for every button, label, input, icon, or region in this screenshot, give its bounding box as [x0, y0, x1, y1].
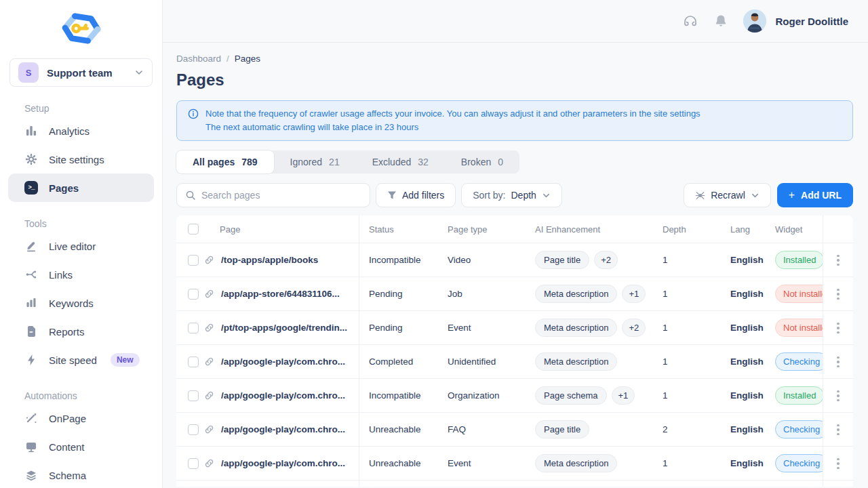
column-header-depth[interactable]: Depth — [653, 216, 721, 243]
row-checkbox[interactable] — [188, 323, 199, 333]
widget-status-badge: Installed — [775, 251, 823, 269]
user-name[interactable]: Roger Doolittle — [776, 16, 849, 27]
page-url[interactable]: /app/app-store/644831106... — [221, 289, 340, 299]
row-actions-menu[interactable] — [823, 413, 853, 446]
app-window: S Support team Setup Analytics — [0, 0, 868, 488]
column-header-ai-enhancement[interactable]: AI Enhancement — [526, 216, 653, 243]
column-header-lang[interactable]: Lang — [721, 216, 766, 243]
ai-more-chip[interactable]: +2 — [622, 319, 646, 337]
status-cell: Pending — [359, 277, 438, 310]
sidebar-item-label: Analytics — [49, 125, 90, 137]
row-actions-menu[interactable] — [823, 311, 853, 344]
sort-by-dropdown[interactable]: Sort by: Depth — [461, 183, 562, 207]
page-type-cell: Event — [438, 447, 526, 480]
tab-count: 0 — [498, 157, 503, 167]
report-icon — [24, 325, 38, 338]
ai-chips: Page schema+1 — [526, 379, 653, 412]
toolbar: Add filters Sort by: Depth R — [176, 183, 853, 207]
sidebar-item-site-speed[interactable]: Site speed New — [8, 346, 154, 374]
row-checkbox[interactable] — [188, 458, 199, 469]
link-icon — [203, 356, 215, 367]
sidebar-item-analytics[interactable]: Analytics — [8, 117, 154, 145]
tab-label: Ignored — [290, 157, 322, 167]
row-checkbox[interactable] — [188, 357, 199, 367]
row-actions-menu[interactable] — [823, 345, 853, 378]
sidebar-item-schema[interactable]: Schema — [8, 461, 154, 488]
section-label-setup: Setup — [24, 103, 162, 114]
sidebar-item-reports[interactable]: Reports — [8, 317, 154, 346]
row-actions-menu[interactable] — [823, 243, 853, 277]
page-url[interactable]: /app/google-play/com.chro... — [221, 390, 345, 401]
widget-cell: Not installed — [766, 277, 823, 310]
tab-excluded[interactable]: Excluded 32 — [356, 150, 445, 174]
widget-cell: Checking — [766, 413, 823, 446]
tab-all-pages[interactable]: All pages 789 — [176, 150, 274, 174]
recrawl-dropdown[interactable]: Recrawl — [684, 183, 771, 207]
widget-status-badge[interactable]: Checking — [775, 352, 823, 371]
sidebar-item-site-settings[interactable]: Site settings — [8, 145, 154, 174]
page-url[interactable]: /app/google-play/com.chro... — [221, 458, 345, 468]
widget-status-badge[interactable]: Checking — [775, 454, 823, 472]
logo-icon — [60, 12, 102, 45]
row-checkbox[interactable] — [188, 255, 199, 266]
search-input[interactable] — [201, 190, 361, 201]
depth-cell: 1 — [653, 277, 721, 310]
lang-cell: English — [721, 277, 766, 310]
row-actions-menu[interactable] — [823, 379, 853, 412]
lightning-icon — [24, 353, 38, 367]
page-type-cell: Organization — [438, 379, 526, 412]
chevron-down-icon — [134, 68, 144, 77]
sidebar-item-links[interactable]: Links — [8, 260, 154, 289]
sidebar-item-keywords[interactable]: Keywords — [8, 289, 154, 317]
table-row-partial — [176, 480, 853, 487]
page-title: Pages — [176, 70, 853, 89]
row-checkbox[interactable] — [188, 390, 199, 401]
lang-cell: English — [721, 311, 766, 344]
app-logo[interactable] — [0, 9, 162, 49]
sidebar-item-content[interactable]: Content — [8, 432, 154, 461]
page-url[interactable]: /app/google-play/com.chro... — [221, 424, 345, 434]
tab-ignored[interactable]: Ignored 21 — [274, 150, 356, 174]
team-selector[interactable]: S Support team — [9, 58, 153, 87]
column-header-page[interactable]: Page — [203, 216, 359, 243]
ai-more-chip[interactable]: +1 — [612, 386, 635, 405]
breadcrumb-dashboard[interactable]: Dashboard — [176, 54, 221, 64]
page-url[interactable]: /top-apps/apple/books — [221, 255, 318, 265]
analytics-icon — [24, 124, 38, 138]
widget-cell: Installed — [766, 243, 823, 277]
notifications-bell-icon[interactable] — [713, 14, 728, 28]
tab-count: 32 — [418, 157, 429, 167]
user-avatar[interactable] — [743, 9, 766, 33]
sidebar-item-onpage[interactable]: OnPage — [8, 404, 154, 432]
column-header-page-type[interactable]: Page type — [438, 216, 526, 243]
ai-more-chip[interactable]: +2 — [594, 251, 618, 269]
status-cell: Incompatible — [359, 243, 438, 277]
row-checkbox[interactable] — [188, 424, 199, 435]
column-header-status[interactable]: Status — [359, 216, 438, 243]
ai-more-chip[interactable]: +1 — [622, 285, 646, 303]
status-cell: Unreachable — [359, 447, 438, 480]
search-box[interactable] — [176, 183, 370, 207]
depth-cell: 1 — [653, 379, 721, 412]
page-url[interactable]: /app/google-play/com.chro... — [221, 357, 345, 367]
row-actions-menu[interactable] — [823, 277, 853, 310]
sidebar-item-live-editor[interactable]: Live editor — [8, 232, 154, 260]
add-filters-button[interactable]: Add filters — [376, 183, 456, 207]
widget-status-badge[interactable]: Checking — [775, 420, 823, 439]
support-headphones-icon[interactable] — [682, 13, 698, 29]
table-row: /app/google-play/com.chro... Unreachable… — [176, 412, 853, 446]
row-checkbox[interactable] — [188, 289, 199, 300]
tab-label: Excluded — [372, 157, 412, 167]
table-row: /app/google-play/com.chro... Completed U… — [176, 344, 853, 378]
select-all-checkbox[interactable] — [188, 224, 199, 235]
page-url[interactable]: /pt/top-apps/google/trendin... — [221, 323, 347, 333]
ai-chips: Meta description+1 — [526, 277, 653, 310]
tab-count: 789 — [241, 157, 257, 167]
sidebar-item-pages[interactable]: >_ Pages — [8, 174, 154, 202]
row-actions-menu[interactable] — [823, 447, 853, 480]
ai-chip: Page schema — [535, 386, 607, 405]
add-url-button[interactable]: + Add URL — [777, 183, 853, 207]
tab-broken[interactable]: Broken 0 — [445, 150, 519, 174]
status-cell: Completed — [359, 345, 438, 378]
column-header-widget[interactable]: Widget — [766, 216, 823, 243]
